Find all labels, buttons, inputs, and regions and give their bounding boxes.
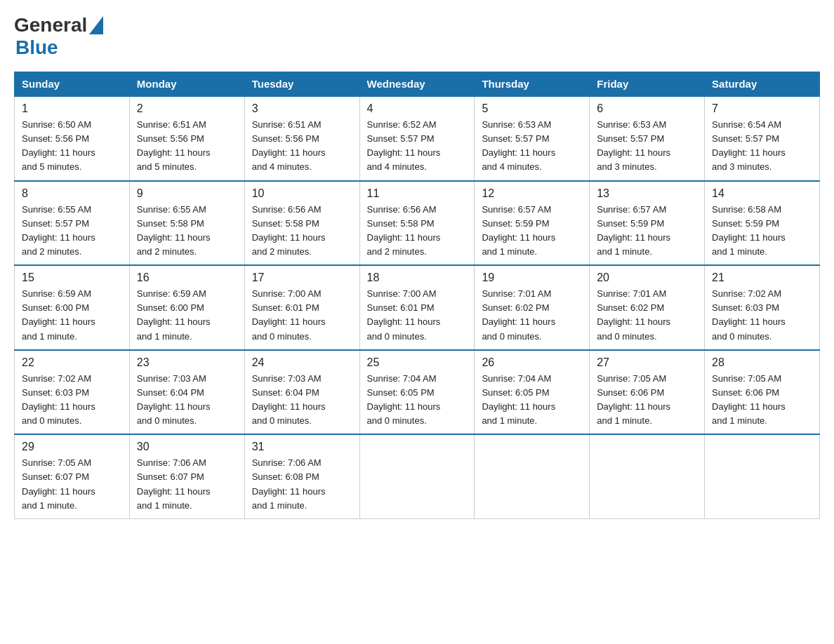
day-number: 10 [252,187,352,200]
day-info: Sunrise: 7:02 AMSunset: 6:03 PMDaylight:… [22,372,122,429]
day-info: Sunrise: 7:06 AMSunset: 6:08 PMDaylight:… [252,456,352,513]
calendar-day-cell: 6Sunrise: 6:53 AMSunset: 5:57 PMDaylight… [590,96,705,181]
day-info: Sunrise: 6:55 AMSunset: 5:57 PMDaylight:… [22,203,122,260]
day-info: Sunrise: 6:56 AMSunset: 5:58 PMDaylight:… [252,203,352,260]
calendar-day-cell: 25Sunrise: 7:04 AMSunset: 6:05 PMDayligh… [359,350,475,435]
day-number: 22 [22,356,122,369]
day-info: Sunrise: 7:00 AMSunset: 6:01 PMDaylight:… [252,287,352,344]
calendar-day-cell: 11Sunrise: 6:56 AMSunset: 5:58 PMDayligh… [359,181,475,266]
calendar-day-cell: 8Sunrise: 6:55 AMSunset: 5:57 PMDaylight… [15,181,130,266]
calendar-day-cell: 13Sunrise: 6:57 AMSunset: 5:59 PMDayligh… [590,181,705,266]
day-number: 7 [712,102,812,115]
col-thursday: Thursday [475,72,590,97]
day-number: 3 [252,102,352,115]
day-info: Sunrise: 6:52 AMSunset: 5:57 PMDaylight:… [367,118,468,175]
day-number: 14 [712,187,812,200]
day-number: 12 [482,187,582,200]
day-info: Sunrise: 7:04 AMSunset: 6:05 PMDaylight:… [367,372,468,429]
calendar-day-cell: 28Sunrise: 7:05 AMSunset: 6:06 PMDayligh… [705,350,820,435]
col-wednesday: Wednesday [359,72,475,97]
day-number: 27 [597,356,697,369]
col-sunday: Sunday [15,72,130,97]
day-info: Sunrise: 6:59 AMSunset: 6:00 PMDaylight:… [137,287,237,344]
calendar-week-row: 8Sunrise: 6:55 AMSunset: 5:57 PMDaylight… [15,181,820,266]
day-number: 31 [252,441,352,453]
calendar-day-cell: 1Sunrise: 6:50 AMSunset: 5:56 PMDaylight… [15,96,130,181]
calendar-day-cell: 4Sunrise: 6:52 AMSunset: 5:57 PMDaylight… [359,96,475,181]
logo: General Blue [14,14,103,59]
day-number: 29 [22,441,122,453]
empty-cell [705,434,820,518]
day-number: 25 [367,356,468,369]
calendar-day-cell: 3Sunrise: 6:51 AMSunset: 5:56 PMDaylight… [244,96,359,181]
calendar-day-cell: 29Sunrise: 7:05 AMSunset: 6:07 PMDayligh… [15,434,130,518]
calendar-day-cell: 9Sunrise: 6:55 AMSunset: 5:58 PMDaylight… [129,181,244,266]
day-number: 11 [367,187,468,200]
logo-triangle-icon [89,16,103,34]
calendar-day-cell: 22Sunrise: 7:02 AMSunset: 6:03 PMDayligh… [15,350,130,435]
col-saturday: Saturday [705,72,820,97]
day-number: 21 [712,271,812,284]
calendar-day-cell: 30Sunrise: 7:06 AMSunset: 6:07 PMDayligh… [129,434,244,518]
day-info: Sunrise: 6:53 AMSunset: 5:57 PMDaylight:… [597,118,697,175]
day-number: 5 [482,102,582,115]
col-tuesday: Tuesday [244,72,359,97]
day-info: Sunrise: 6:56 AMSunset: 5:58 PMDaylight:… [367,203,468,260]
day-number: 30 [137,441,237,453]
calendar-day-cell: 16Sunrise: 6:59 AMSunset: 6:00 PMDayligh… [129,265,244,350]
day-info: Sunrise: 7:06 AMSunset: 6:07 PMDaylight:… [137,456,237,513]
day-number: 15 [22,271,122,284]
day-number: 8 [22,187,122,200]
day-number: 6 [597,102,697,115]
day-number: 13 [597,187,697,200]
day-info: Sunrise: 6:51 AMSunset: 5:56 PMDaylight:… [252,118,352,175]
day-number: 28 [712,356,812,369]
day-info: Sunrise: 6:57 AMSunset: 5:59 PMDaylight:… [597,203,697,260]
calendar-table: Sunday Monday Tuesday Wednesday Thursday… [14,72,820,519]
day-number: 16 [137,271,237,284]
calendar-day-cell: 18Sunrise: 7:00 AMSunset: 6:01 PMDayligh… [359,265,475,350]
day-info: Sunrise: 7:01 AMSunset: 6:02 PMDaylight:… [597,287,697,344]
calendar-day-cell: 10Sunrise: 6:56 AMSunset: 5:58 PMDayligh… [244,181,359,266]
day-info: Sunrise: 7:05 AMSunset: 6:07 PMDaylight:… [22,456,122,513]
col-friday: Friday [590,72,705,97]
calendar-day-cell: 26Sunrise: 7:04 AMSunset: 6:05 PMDayligh… [475,350,590,435]
day-info: Sunrise: 6:51 AMSunset: 5:56 PMDaylight:… [137,118,237,175]
day-number: 17 [252,271,352,284]
day-number: 2 [137,102,237,115]
svg-marker-0 [89,16,103,34]
page-header: General Blue [14,14,820,59]
day-info: Sunrise: 6:59 AMSunset: 6:00 PMDaylight:… [22,287,122,344]
day-info: Sunrise: 6:57 AMSunset: 5:59 PMDaylight:… [482,203,582,260]
day-info: Sunrise: 7:03 AMSunset: 6:04 PMDaylight:… [252,372,352,429]
calendar-header-row: Sunday Monday Tuesday Wednesday Thursday… [15,72,820,97]
calendar-day-cell: 2Sunrise: 6:51 AMSunset: 5:56 PMDaylight… [129,96,244,181]
day-info: Sunrise: 6:58 AMSunset: 5:59 PMDaylight:… [712,203,812,260]
day-number: 1 [22,102,122,115]
calendar-day-cell: 27Sunrise: 7:05 AMSunset: 6:06 PMDayligh… [590,350,705,435]
day-info: Sunrise: 7:03 AMSunset: 6:04 PMDaylight:… [137,372,237,429]
day-number: 4 [367,102,468,115]
col-monday: Monday [129,72,244,97]
day-number: 26 [482,356,582,369]
day-info: Sunrise: 7:04 AMSunset: 6:05 PMDaylight:… [482,372,582,429]
day-number: 9 [137,187,237,200]
calendar-day-cell: 14Sunrise: 6:58 AMSunset: 5:59 PMDayligh… [705,181,820,266]
day-info: Sunrise: 7:05 AMSunset: 6:06 PMDaylight:… [597,372,697,429]
day-info: Sunrise: 7:05 AMSunset: 6:06 PMDaylight:… [712,372,812,429]
day-info: Sunrise: 6:55 AMSunset: 5:58 PMDaylight:… [137,203,237,260]
calendar-day-cell: 24Sunrise: 7:03 AMSunset: 6:04 PMDayligh… [244,350,359,435]
day-info: Sunrise: 6:54 AMSunset: 5:57 PMDaylight:… [712,118,812,175]
calendar-day-cell: 19Sunrise: 7:01 AMSunset: 6:02 PMDayligh… [475,265,590,350]
day-number: 18 [367,271,468,284]
empty-cell [359,434,475,518]
calendar-day-cell: 12Sunrise: 6:57 AMSunset: 5:59 PMDayligh… [475,181,590,266]
day-info: Sunrise: 6:53 AMSunset: 5:57 PMDaylight:… [482,118,582,175]
day-info: Sunrise: 6:50 AMSunset: 5:56 PMDaylight:… [22,118,122,175]
calendar-week-row: 15Sunrise: 6:59 AMSunset: 6:00 PMDayligh… [15,265,820,350]
calendar-day-cell: 17Sunrise: 7:00 AMSunset: 6:01 PMDayligh… [244,265,359,350]
calendar-day-cell: 15Sunrise: 6:59 AMSunset: 6:00 PMDayligh… [15,265,130,350]
logo-blue-text: Blue [15,36,58,58]
calendar-day-cell: 5Sunrise: 6:53 AMSunset: 5:57 PMDaylight… [475,96,590,181]
calendar-day-cell: 20Sunrise: 7:01 AMSunset: 6:02 PMDayligh… [590,265,705,350]
